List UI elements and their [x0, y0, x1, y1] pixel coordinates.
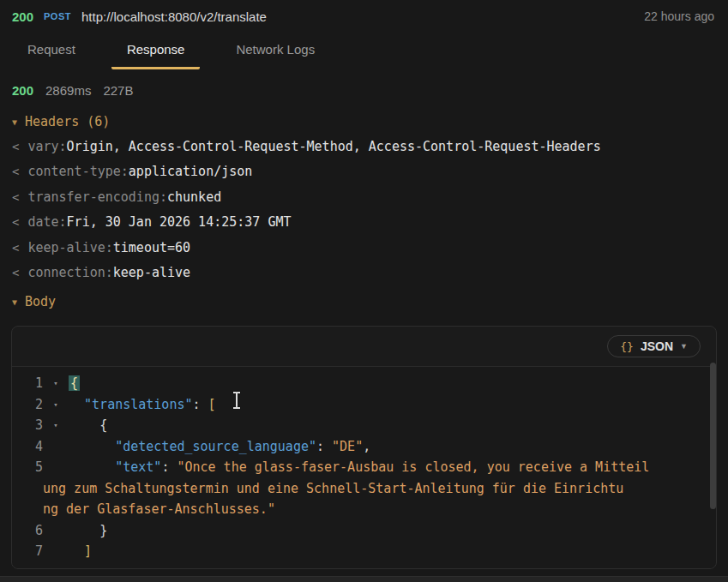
header-row: < transfer-encoding: chunked: [12, 184, 719, 210]
body-panel-toolbar: {} JSON ▼: [12, 327, 716, 367]
json-key-token: "detected_source_language": [115, 439, 316, 454]
code-line-wrap: ung zum Schaltungstermin und eine Schnel…: [12, 478, 716, 500]
http-method-badge: POST: [44, 11, 71, 21]
response-header-bar: 200 POST http://localhost:8080/v2/transl…: [12, 5, 714, 27]
line-number: 6: [24, 523, 43, 538]
header-row: < date: Fri, 30 Jan 2026 14:25:37 GMT: [12, 210, 719, 236]
header-value: chunked: [167, 189, 221, 205]
bracket-token: [: [208, 397, 216, 412]
body-section-title: Body: [25, 294, 56, 309]
header-key: keep-alive:: [27, 240, 112, 255]
body-section-toggle[interactable]: ▼ Body: [12, 294, 56, 309]
header-value: timeout=60: [113, 240, 190, 255]
chevron-down-icon: ▼: [680, 342, 688, 351]
header-row: < keep-alive: timeout=60: [12, 235, 719, 261]
brace-token: }: [99, 523, 107, 538]
code-line: 7 ]: [12, 541, 716, 562]
fold-toggle-icon[interactable]: ▾: [43, 400, 69, 409]
header-row: < content-type: application/json: [12, 159, 719, 185]
code-line: 5 "text": "Once the glass-faser-Ausbau i…: [12, 457, 716, 478]
tab-network-logs[interactable]: Network Logs: [220, 34, 330, 69]
line-number: 5: [24, 459, 43, 475]
json-key-token: "translations": [84, 397, 192, 412]
vertical-scrollbar-thumb[interactable]: [710, 363, 716, 509]
bottom-scrollbar-track[interactable]: [0, 576, 728, 582]
received-chevron-icon: <: [12, 190, 19, 204]
headers-section-title: Headers (6): [25, 114, 110, 129]
header-row: < connection: keep-alive: [12, 261, 719, 286]
header-key: vary:: [27, 139, 66, 154]
header-key: connection:: [27, 265, 112, 280]
json-key-token: "text": [115, 459, 161, 475]
header-value: Fri, 30 Jan 2026 14:25:37 GMT: [67, 214, 292, 230]
header-key: transfer-encoding:: [27, 189, 167, 205]
status-code-badge: 200: [12, 9, 33, 24]
code-line: 2 ▾ "translations": [: [12, 394, 716, 416]
line-number: 2: [24, 397, 43, 412]
code-line-wrap: ng der Glasfaser-Anschlusses.": [12, 499, 716, 520]
received-chevron-icon: <: [12, 215, 19, 229]
collapse-triangle-icon: ▼: [12, 117, 17, 127]
request-url: http://localhost:8080/v2/translate: [81, 9, 267, 24]
line-number: 4: [24, 439, 43, 454]
code-line: 4 "detected_source_language": "DE",: [12, 436, 716, 458]
json-code-viewer[interactable]: 1 ▾ { 2 ▾ "translations": [ 3 ▾ { 4 "det…: [12, 367, 716, 568]
received-chevron-icon: <: [12, 165, 19, 178]
received-chevron-icon: <: [12, 140, 19, 153]
code-line: 6 }: [12, 520, 716, 542]
line-number: 1: [24, 375, 43, 391]
tab-request[interactable]: Request: [12, 34, 91, 69]
header-value: application/json: [129, 164, 253, 179]
fold-toggle-icon[interactable]: ▾: [43, 379, 69, 387]
tab-response[interactable]: Response: [111, 34, 201, 69]
header-key: content-type:: [27, 164, 128, 179]
json-string-token: ung zum Schaltungstermin und eine Schnel…: [43, 481, 623, 496]
request-age: 22 hours ago: [644, 9, 714, 23]
headers-list: < vary: Origin, Access-Control-Request-M…: [12, 134, 719, 285]
summary-duration: 2869ms: [45, 83, 91, 98]
body-format-dropdown[interactable]: {} JSON ▼: [607, 335, 701, 357]
json-string-token: "DE": [332, 439, 363, 454]
bracket-token: ]: [84, 543, 92, 559]
header-key: date:: [27, 214, 66, 230]
matched-brace-token: {: [69, 375, 80, 391]
line-number: 7: [24, 543, 43, 559]
response-body-panel: {} JSON ▼ 1 ▾ { 2 ▾ "translations": [ 3 …: [11, 326, 717, 569]
summary-size: 227B: [103, 83, 133, 98]
fold-toggle-icon[interactable]: ▾: [43, 421, 69, 429]
brace-token: {: [99, 417, 107, 433]
line-number: 3: [24, 417, 43, 433]
body-format-label: JSON: [641, 339, 673, 353]
code-line: 3 ▾ {: [12, 415, 716, 436]
json-string-token: ng der Glasfaser-Anschlusses.": [43, 501, 275, 517]
header-value: Origin, Access-Control-Request-Method, A…: [67, 139, 601, 154]
collapse-triangle-icon: ▼: [12, 297, 17, 307]
headers-section-toggle[interactable]: ▼ Headers (6): [12, 114, 110, 129]
header-value: keep-alive: [113, 265, 190, 280]
response-tabs: Request Response Network Logs: [12, 34, 330, 69]
received-chevron-icon: <: [12, 266, 19, 279]
json-string-token: "Once the glass-faser-Ausbau is closed, …: [177, 459, 649, 475]
response-summary: 200 2869ms 227B: [12, 83, 133, 98]
curly-braces-icon: {}: [620, 340, 634, 353]
received-chevron-icon: <: [12, 241, 19, 255]
summary-status-code: 200: [12, 83, 33, 98]
code-line: 1 ▾ {: [12, 373, 716, 394]
header-row: < vary: Origin, Access-Control-Request-M…: [12, 134, 719, 159]
